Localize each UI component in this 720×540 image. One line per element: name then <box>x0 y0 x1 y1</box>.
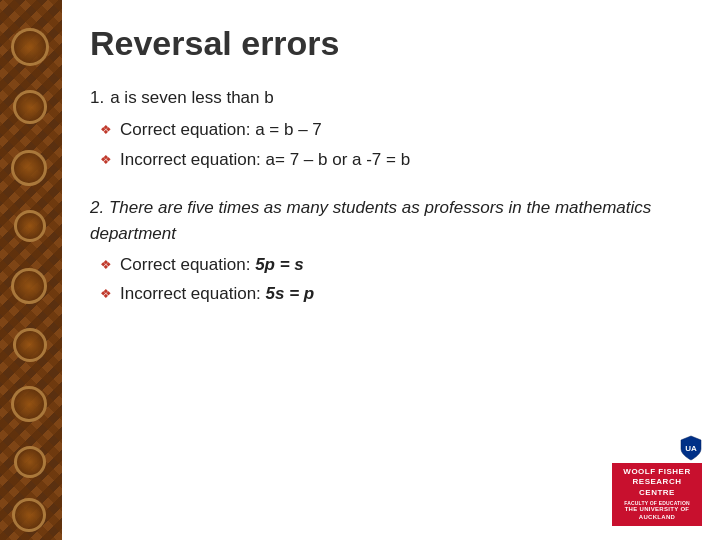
slide-title: Reversal errors <box>90 24 692 63</box>
logo-box: WOOLF FISHER RESEARCH CENTRE FACULTY OF … <box>612 463 702 526</box>
item-1-number: 1. <box>90 88 104 107</box>
deco-circle-5 <box>11 268 47 304</box>
deco-circle-1 <box>11 28 49 66</box>
main-content: Reversal errors 1.a is seven less than b… <box>62 0 720 540</box>
item-1: 1.a is seven less than b <box>90 85 692 111</box>
svg-text:UA: UA <box>685 444 697 453</box>
bullet-incorrect-1: ❖ Incorrect equation: a= 7 – b or a -7 =… <box>100 147 692 173</box>
deco-circle-7 <box>11 386 47 422</box>
logo-shield-icon: UA <box>680 435 702 461</box>
item-1-text: a is seven less than b <box>110 88 273 107</box>
bullet-incorrect-2-text: Incorrect equation: 5s = p <box>120 281 314 307</box>
logo-text-university: THE UNIVERSITY OF AUCKLAND <box>618 506 696 522</box>
deco-circle-3 <box>11 150 47 186</box>
logo-area: UA WOOLF FISHER RESEARCH CENTRE FACULTY … <box>612 435 702 526</box>
bullet-incorrect-1-text: Incorrect equation: a= 7 – b or a -7 = b <box>120 147 410 173</box>
deco-circle-9 <box>12 498 46 532</box>
diamond-icon-2: ❖ <box>100 150 112 170</box>
item-2-text: There are five times as many students as… <box>90 198 651 243</box>
item-2: 2. There are five times as many students… <box>90 195 692 248</box>
deco-circle-6 <box>13 328 47 362</box>
deco-circle-8 <box>14 446 46 478</box>
deco-circle-4 <box>14 210 46 242</box>
diamond-icon-1: ❖ <box>100 120 112 140</box>
bullet-correct-1-text: Correct equation: a = b – 7 <box>120 117 322 143</box>
deco-circle-2 <box>13 90 47 124</box>
bullet-correct-1: ❖ Correct equation: a = b – 7 <box>100 117 692 143</box>
bullet-incorrect-2: ❖ Incorrect equation: 5s = p <box>100 281 692 307</box>
bullet-correct-2-text: Correct equation: 5p = s <box>120 252 304 278</box>
left-decorative-border <box>0 0 62 540</box>
logo-text-line2: RESEARCH CENTRE <box>618 477 696 498</box>
diamond-icon-4: ❖ <box>100 284 112 304</box>
bullet-correct-2: ❖ Correct equation: 5p = s <box>100 252 692 278</box>
content-area: 1.a is seven less than b ❖ Correct equat… <box>90 85 692 307</box>
logo-text-main: WOOLF FISHER <box>618 467 696 477</box>
item-2-number: 2. <box>90 198 109 217</box>
diamond-icon-3: ❖ <box>100 255 112 275</box>
